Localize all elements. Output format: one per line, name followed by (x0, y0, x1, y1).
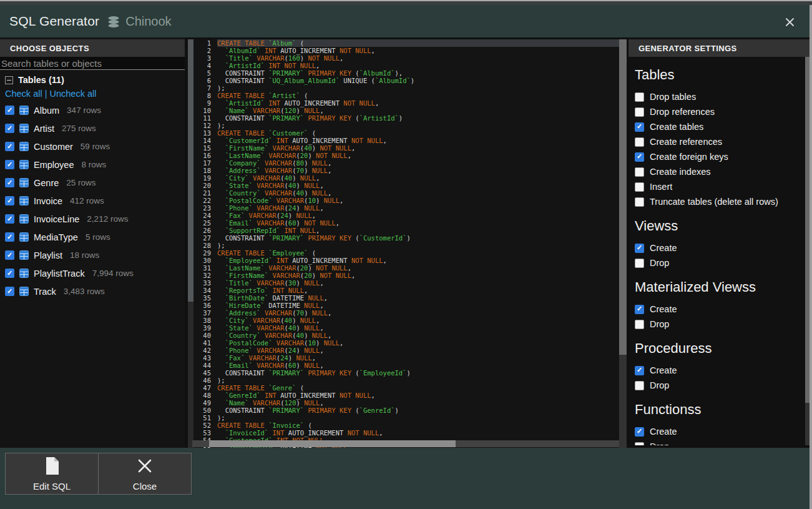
line-number: 34 (192, 287, 217, 294)
code-text: `Phone` VARCHAR(24) NULL, (217, 347, 619, 354)
code-line: 27 CONSTRAINT `PRIMARY` PRIMARY KEY (`Cu… (192, 234, 619, 242)
code-line: 11 CONSTRAINT `PRIMARY` PRIMARY KEY (`Ar… (192, 114, 619, 122)
settings-option[interactable]: Create (635, 363, 805, 378)
settings-option[interactable]: Create references (635, 134, 805, 149)
choose-objects-header: CHOOSE OBJECTS (0, 39, 185, 57)
close-icon[interactable] (783, 16, 796, 28)
table-row[interactable]: InvoiceLine2,212 rows (0, 210, 185, 228)
close-label: Close (133, 481, 157, 492)
check-all-link[interactable]: Check all (5, 89, 42, 99)
settings-option[interactable]: Drop references (635, 104, 805, 119)
editor-vertical-scrollbar[interactable] (619, 39, 627, 448)
table-checkbox[interactable] (5, 106, 14, 115)
settings-option-label: Create (650, 304, 677, 314)
code-text: `Phone` VARCHAR(24) NULL, (217, 204, 619, 212)
line-number: 23 (192, 204, 217, 212)
table-checkbox[interactable] (5, 142, 14, 151)
settings-option[interactable]: Drop tables (635, 89, 805, 104)
tables-tree-header[interactable]: Tables (11) (5, 75, 64, 85)
table-list-scrollbar[interactable] (188, 39, 193, 448)
code-line: 46); (192, 377, 619, 384)
code-text: CREATE TABLE `Employee` ( (217, 249, 619, 257)
settings-checkbox[interactable] (635, 122, 644, 132)
table-checkbox[interactable] (5, 196, 14, 205)
code-text: CONSTRAINT `PRIMARY` PRIMARY KEY (`Custo… (217, 234, 619, 242)
settings-option[interactable]: Truncate tables (delete all rows) (635, 194, 805, 209)
table-row[interactable]: Genre25 rows (0, 174, 185, 192)
table-checkbox[interactable] (5, 232, 14, 242)
code-text: `Company` VARCHAR(80) NULL, (217, 159, 619, 167)
settings-checkbox[interactable] (635, 320, 644, 329)
settings-checkbox[interactable] (635, 107, 644, 117)
settings-checkbox[interactable] (635, 244, 644, 253)
table-row[interactable]: PlaylistTrack7,994 rows (0, 264, 185, 282)
table-checkbox[interactable] (5, 269, 14, 278)
settings-checkbox[interactable] (635, 182, 644, 192)
collapse-icon[interactable] (5, 76, 13, 84)
settings-option[interactable]: Create (635, 424, 805, 439)
line-number: 35 (192, 294, 217, 302)
settings-checkbox[interactable] (635, 152, 644, 162)
uncheck-all-link[interactable]: Uncheck all (49, 89, 96, 99)
settings-checkbox[interactable] (635, 427, 644, 437)
table-row[interactable]: Track3,483 rows (0, 282, 185, 300)
table-checkbox[interactable] (5, 287, 14, 296)
code-line: 49 `Name` VARCHAR(120) NULL, (192, 399, 619, 407)
code-text: `Address` VARCHAR(70) NULL, (217, 309, 619, 317)
settings-checkbox[interactable] (635, 197, 644, 207)
table-row[interactable]: Artist275 rows (0, 119, 185, 137)
code-text: CREATE TABLE `Genre` ( (217, 384, 619, 392)
settings-option[interactable]: Insert (635, 179, 805, 194)
settings-checkbox[interactable] (635, 366, 644, 375)
table-row[interactable]: Playlist18 rows (0, 246, 185, 264)
generator-settings-panel: TablesDrop tablesDrop referencesCreate t… (629, 57, 805, 445)
table-checkbox[interactable] (5, 124, 14, 133)
code-text: `FirstName` VARCHAR(20) NOT NULL, (217, 272, 619, 279)
settings-checkbox[interactable] (635, 92, 644, 102)
close-button[interactable]: Close (98, 453, 192, 495)
table-row[interactable]: Customer59 rows (0, 137, 185, 156)
settings-checkbox[interactable] (635, 259, 644, 268)
code-text: ); (217, 84, 619, 92)
settings-option[interactable]: Drop (635, 439, 805, 445)
settings-option[interactable]: Create foreign keys (635, 149, 805, 164)
settings-option-label: Truncate tables (delete all rows) (650, 197, 778, 207)
settings-option[interactable]: Create indexes (635, 164, 805, 179)
line-number: 15 (192, 144, 217, 152)
code-text: `PostalCode` VARCHAR(10) NULL, (217, 339, 619, 347)
settings-checkbox[interactable] (635, 167, 644, 177)
close-x-icon (137, 457, 153, 478)
settings-option[interactable]: Create (635, 302, 805, 317)
settings-option[interactable]: Drop (635, 317, 805, 332)
sql-preview-editor[interactable]: 1CREATE TABLE `Album` (2 `AlbumId` INT A… (192, 39, 619, 448)
table-row[interactable]: Album347 rows (0, 101, 185, 119)
table-checkbox[interactable] (5, 160, 14, 169)
line-number: 33 (192, 279, 217, 287)
search-input[interactable] (0, 57, 185, 70)
code-line: 31 `LastName` VARCHAR(20) NOT NULL, (192, 264, 619, 272)
table-checkbox[interactable] (5, 214, 14, 224)
settings-option[interactable]: Drop (635, 255, 805, 270)
settings-checkbox[interactable] (635, 305, 644, 314)
settings-option[interactable]: Drop (635, 378, 805, 393)
edit-sql-button[interactable]: Edit SQL (5, 453, 99, 495)
settings-checkbox[interactable] (635, 442, 644, 446)
table-checkbox[interactable] (5, 250, 14, 260)
editor-horizontal-scrollbar[interactable] (192, 440, 619, 447)
settings-option[interactable]: Create (635, 240, 805, 255)
settings-checkbox[interactable] (635, 137, 644, 147)
table-row[interactable]: Invoice412 rows (0, 192, 185, 210)
table-row[interactable]: MediaType5 rows (0, 228, 185, 246)
table-row[interactable]: Employee8 rows (0, 156, 185, 174)
code-text: `CustomerId` INT AUTO_INCREMENT NOT NULL… (217, 137, 619, 144)
table-checkbox[interactable] (5, 178, 14, 187)
settings-checkbox[interactable] (635, 381, 644, 390)
line-number: 48 (192, 392, 217, 399)
line-number: 38 (192, 317, 217, 324)
generator-settings-header: GENERATOR SETTINGS (629, 39, 812, 57)
settings-option[interactable]: Create tables (635, 119, 805, 134)
settings-option-label: Create (650, 427, 677, 437)
table-icon (19, 287, 29, 296)
code-line: 4 `ArtistId` INT NOT NULL, (192, 62, 619, 69)
code-line: 10 `Name` VARCHAR(120) NULL, (192, 107, 619, 114)
